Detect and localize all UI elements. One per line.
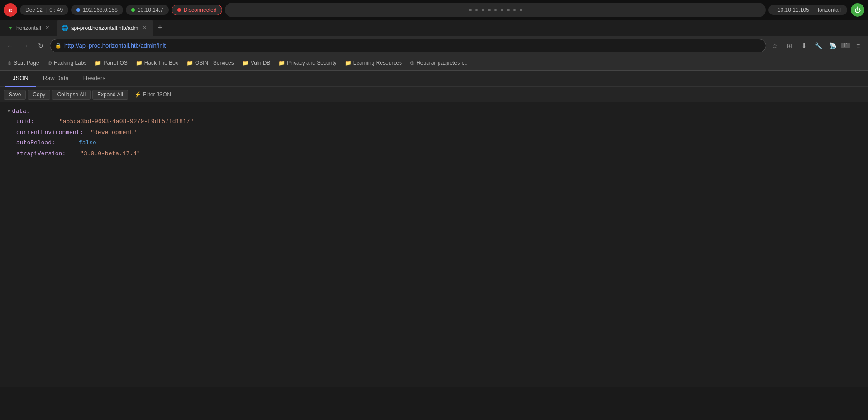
bookmark-startpage[interactable]: ⊕ Start Page [4, 58, 43, 67]
json-viewer-area: JSON Raw Data Headers Save Copy Collapse… [0, 71, 868, 387]
vpn-status-dot [177, 8, 181, 12]
time-label: 0 : 49 [49, 7, 63, 13]
download-icon[interactable]: ⬇ [798, 39, 811, 52]
uuid-value: "a55da3bd-9693-4a08-9279-f9df57fd1817" [59, 116, 193, 127]
collapse-all-button[interactable]: Collapse All [52, 90, 91, 100]
devtools-icon[interactable]: 🔧 [812, 39, 825, 52]
bookmark-osint[interactable]: 📁 OSINT Services [183, 58, 238, 67]
vpn-ip-label: 10.10.14.7 [138, 7, 163, 13]
url-text: http://api-prod.horizontall.htb/admin/in… [64, 42, 166, 49]
root-key: data: [12, 106, 30, 116]
bookmark-hackinglabs[interactable]: ⊕ Hacking Labs [44, 58, 91, 67]
date-label: Dec 12 [25, 7, 43, 13]
vpn-status-label: Disconnected [184, 7, 217, 13]
json-reload-line: autoReload: false [7, 138, 861, 148]
collapse-icon[interactable]: ▼ [7, 107, 10, 116]
reload-value: false [79, 138, 96, 148]
vpn-ip-dot [131, 8, 135, 12]
tab-headers[interactable]: Headers [76, 71, 113, 87]
vulndb-label: Vuln DB [251, 60, 271, 66]
bookmark-star-icon[interactable]: ☆ [769, 39, 782, 52]
tab1-icon: ▼ [7, 25, 14, 31]
lock-icon: 🔒 [55, 43, 62, 49]
learning-icon: 📁 [345, 60, 352, 66]
bookmark-vulndb[interactable]: 📁 Vuln DB [238, 58, 274, 67]
json-uuid-line: uuid: "a55da3bd-9693-4a08-9279-f9df57fd1… [7, 116, 861, 127]
tab-horizontall[interactable]: ▼ horizontall ✕ [2, 20, 57, 36]
json-env-line: currentEnvironment: "development" [7, 127, 861, 138]
vulndb-icon: 📁 [242, 60, 249, 66]
tab-json[interactable]: JSON [5, 71, 36, 87]
json-root-line: ▼ data: [7, 106, 861, 116]
filter-icon: ⚡ [134, 91, 141, 98]
tab1-label: horizontall [16, 25, 41, 31]
filter-json-button[interactable]: ⚡ Filter JSON [130, 90, 176, 99]
parrotos-icon: 📁 [95, 60, 101, 66]
vpn-status-pill[interactable]: Disconnected [172, 5, 223, 15]
local-ip-label: 192.168.0.158 [83, 7, 118, 13]
bookmarks-bar: ⊕ Start Page ⊕ Hacking Labs 📁 Parrot OS … [0, 55, 868, 71]
osint-label: OSINT Services [195, 60, 234, 66]
bookmark-parrotos[interactable]: 📁 Parrot OS [91, 58, 131, 67]
local-ip-dot [76, 8, 80, 12]
version-key: strapiVersion: [16, 148, 66, 159]
reparar-icon: ⊕ [410, 60, 415, 66]
forward-button[interactable]: → [19, 39, 32, 52]
hackthebox-icon: 📁 [136, 60, 143, 66]
version-value: "3.0.0-beta.17.4" [80, 148, 140, 159]
back-button[interactable]: ← [4, 39, 16, 52]
privacy-icon: 📁 [278, 60, 285, 66]
tab2-label: api-prod.horizontall.htb/adm [71, 25, 138, 31]
json-content: ▼ data: uuid: "a55da3bd-9693-4a08-9279-f… [0, 102, 868, 162]
tab2-icon: 🌐 [62, 25, 68, 31]
power-button[interactable]: ⏻ [851, 3, 864, 17]
vpn-ip-pill: 10.10.14.7 [126, 5, 169, 15]
env-value: "development" [91, 127, 136, 138]
osint-icon: 📁 [186, 60, 193, 66]
tab1-close[interactable]: ✕ [44, 24, 51, 32]
json-version-line: strapiVersion: "3.0.0-beta.17.4" [7, 148, 861, 159]
nav-right-icons: ☆ ⊞ ⬇ 🔧 📡 11 ≡ [769, 39, 864, 52]
uuid-key: uuid: [16, 116, 34, 127]
cast-icon[interactable]: 📡 [827, 39, 839, 52]
menu-icon[interactable]: ≡ [852, 39, 864, 52]
bookmark-reparar[interactable]: ⊕ Reparar paquetes r... [406, 58, 471, 67]
tab-raw-data[interactable]: Raw Data [36, 71, 76, 87]
json-toolbar: Save Copy Collapse All Expand All ⚡ Filt… [0, 87, 868, 102]
save-button[interactable]: Save [4, 90, 26, 100]
target-vpn-pill: 10.10.11.105 – Horizontall [768, 5, 847, 15]
tab-bar: ▼ horizontall ✕ 🌐 api-prod.horizontall.h… [0, 20, 868, 36]
hackinglabs-label: Hacking Labs [54, 60, 87, 66]
local-ip-pill: 192.168.0.158 [71, 5, 123, 15]
reload-key: autoReload: [16, 138, 55, 148]
tab-api-prod[interactable]: 🌐 api-prod.horizontall.htb/adm ✕ [57, 20, 154, 36]
expand-all-button[interactable]: Expand All [92, 90, 128, 100]
reparar-label: Reparar paquetes r... [416, 60, 467, 66]
middle-dots [225, 3, 766, 17]
bookmark-hackthebox[interactable]: 📁 Hack The Box [132, 58, 182, 67]
new-tab-button[interactable]: + [153, 22, 166, 34]
bookmark-privacy[interactable]: 📁 Privacy and Security [275, 58, 340, 67]
tab2-close[interactable]: ✕ [141, 24, 148, 32]
hackthebox-label: Hack The Box [144, 60, 178, 66]
address-bar[interactable]: 🔒 http://api-prod.horizontall.htb/admin/… [50, 39, 766, 52]
extensions-badge: 11 [841, 43, 850, 48]
startpage-label: Start Page [14, 60, 39, 66]
bookmark-learning[interactable]: 📁 Learning Resources [341, 58, 405, 67]
privacy-label: Privacy and Security [287, 60, 336, 66]
top-bar-right: 10.10.11.105 – Horizontall ⏻ [768, 3, 864, 17]
startpage-icon: ⊕ [7, 60, 12, 66]
parrotos-label: Parrot OS [103, 60, 127, 66]
separator: | [45, 7, 47, 13]
nav-bar: ← → ↻ 🔒 http://api-prod.horizontall.htb/… [0, 36, 868, 55]
learning-label: Learning Resources [353, 60, 402, 66]
env-key: currentEnvironment: [16, 127, 83, 138]
extensions-icon[interactable]: ⊞ [783, 39, 796, 52]
hackinglabs-icon: ⊕ [48, 60, 52, 66]
top-bar: e Dec 12 | 0 : 49 192.168.0.158 10.10.14… [0, 0, 868, 20]
app-logo: e [4, 3, 17, 17]
target-label: 10.10.11.105 – Horizontall [777, 7, 841, 13]
copy-button[interactable]: Copy [28, 90, 50, 100]
reload-button[interactable]: ↻ [34, 39, 47, 52]
json-tabs: JSON Raw Data Headers [0, 71, 868, 87]
